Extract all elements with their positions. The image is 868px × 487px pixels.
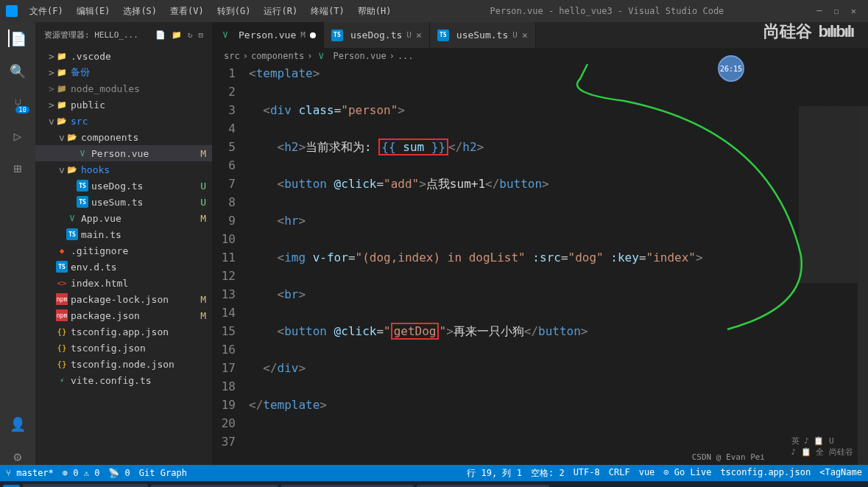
tree-item[interactable]: TSuseDog.tsU [35, 178, 212, 194]
cursor-position[interactable]: 行 19, 列 1 [467, 467, 522, 480]
tree-item[interactable]: v📂components [35, 129, 212, 145]
code-editor[interactable]: 123456789101112131415161718192037 <templ… [212, 64, 868, 465]
radio-indicator[interactable]: 📡 0 [108, 468, 130, 478]
tree-item[interactable]: TSenv.d.ts [35, 259, 212, 275]
refresh-icon[interactable]: ↻ [188, 30, 193, 40]
menu-item[interactable]: 运行(R) [258, 2, 303, 21]
account-icon[interactable]: 👤 [9, 415, 27, 432]
menu-item[interactable]: 查看(V) [164, 2, 210, 21]
editor-tab[interactable]: VPerson.vueM [212, 22, 324, 48]
file-tree: >📁.vscode>📁备份>📁node_modules>📁publicv📂src… [35, 48, 212, 465]
explorer-icon[interactable]: 📄 [8, 29, 26, 47]
csdn-watermark: CSDN @ Evan Pei [692, 452, 765, 462]
crumb[interactable]: components [251, 51, 304, 61]
encoding-indicator[interactable]: UTF-8 [574, 467, 600, 480]
tree-item[interactable]: >📁public [35, 97, 212, 113]
taskbar-item[interactable]: 📘 Person.vue - hello_... [417, 485, 549, 488]
tree-item[interactable]: npmpackage-lock.jsonM [35, 291, 212, 307]
taskbar-item[interactable]: 📘 Vue3 核心技术.md - ... [23, 484, 149, 488]
tree-item[interactable]: VPerson.vueM [35, 145, 212, 161]
line-gutter: 123456789101112131415161718192037 [212, 64, 249, 465]
tree-item[interactable]: {}tsconfig.json [35, 340, 212, 356]
tree-item[interactable]: >📁node_modules [35, 80, 212, 97]
crumb[interactable]: Person.vue [333, 51, 386, 61]
source-control-icon[interactable]: ⑂10 [9, 94, 27, 112]
tree-item[interactable]: {}tsconfig.app.json [35, 323, 212, 340]
language-indicator[interactable]: vue [639, 467, 655, 480]
minimize-icon[interactable]: ─ [816, 6, 822, 16]
menu-item[interactable]: 终端(T) [305, 2, 350, 21]
sidebar-title: 资源管理器: HELLO_... [44, 29, 138, 41]
tagname-indicator[interactable]: <TagName [819, 467, 862, 480]
tree-item[interactable]: >📁备份 [35, 64, 212, 80]
indent-indicator[interactable]: 空格: 2 [531, 467, 565, 480]
collapse-icon[interactable]: ⊟ [198, 30, 203, 40]
video-timestamp: 26:15 [718, 55, 744, 82]
tree-item[interactable]: TSuseSum.tsU [35, 194, 212, 210]
crumb[interactable]: src [224, 51, 240, 61]
tsconfig-indicator[interactable]: tsconfig.app.json [720, 467, 811, 480]
tree-item[interactable]: v📂hooks [35, 161, 212, 178]
sidebar: 资源管理器: HELLO_... 📄 📁 ↻ ⊟ >📁.vscode>📁备份>📁… [35, 22, 212, 465]
settings-icon[interactable]: ⚙ [9, 447, 27, 465]
search-icon[interactable]: 🔍 [9, 62, 27, 80]
new-folder-icon[interactable]: 📁 [172, 30, 182, 40]
code-content[interactable]: <template> <div class="person"> <h2>当前求和… [249, 64, 868, 465]
maximize-icon[interactable]: ☐ [834, 6, 839, 16]
menu-item[interactable]: 选择(S) [117, 2, 163, 21]
window-controls: ─ ☐ ✕ [816, 6, 862, 16]
menu-item[interactable]: 文件(F) [24, 2, 69, 21]
vue-icon: V [315, 50, 327, 62]
vscode-icon [6, 5, 18, 17]
tree-item[interactable]: TSmain.ts [35, 226, 212, 242]
tree-item[interactable]: ⚡vite.config.ts [35, 372, 212, 388]
editor-area: VPerson.vueMTSuseDog.tsU×TSuseSum.tsU× s… [212, 22, 868, 465]
crumb[interactable]: ... [398, 51, 414, 61]
tree-item[interactable]: <>index.html [35, 275, 212, 291]
menu-item[interactable]: 转到(G) [211, 2, 257, 21]
taskbar-item[interactable]: 📁 C:\Users\tianyu\Des... [281, 485, 414, 488]
gitgraph-button[interactable]: Git Graph [139, 468, 187, 478]
minimap[interactable] [799, 106, 858, 401]
menu-bar: 文件(F)编辑(E)选择(S)查看(V)转到(G)运行(R)终端(T)帮助(H) [24, 2, 398, 21]
editor-tab[interactable]: TSuseDog.tsU× [324, 22, 430, 48]
tree-item[interactable]: >📁.vscode [35, 48, 212, 64]
activity-bar: 📄 🔍 ⑂10 ▷ ⊞ 👤 ⚙ [0, 22, 35, 465]
tree-item[interactable]: npmpackage.jsonM [35, 307, 212, 323]
titlebar: 文件(F)编辑(E)选择(S)查看(V)转到(G)运行(R)终端(T)帮助(H)… [0, 0, 868, 22]
new-file-icon[interactable]: 📄 [155, 30, 166, 40]
branch-indicator[interactable]: ⑂ master* [6, 468, 54, 478]
tree-item[interactable]: v📂src [35, 113, 212, 129]
problems-indicator[interactable]: ⊗ 0 ⚠ 0 [63, 468, 100, 478]
breadcrumb[interactable]: src › components › VPerson.vue › ... [212, 48, 868, 64]
menu-item[interactable]: 编辑(E) [71, 2, 116, 21]
window-title: Person.vue - hello_vue3 - Visual Studio … [398, 6, 817, 16]
sidebar-header: 资源管理器: HELLO_... 📄 📁 ↻ ⊟ [35, 22, 212, 48]
brand-watermark-2: 英 ♪ 📋 U♪ 📋 全 尚硅谷 [791, 435, 854, 458]
editor-tab[interactable]: TSuseSum.tsU× [430, 22, 536, 48]
scm-badge: 10 [15, 106, 29, 113]
windows-taskbar: ⊞ 📘 Vue3 核心技术.md - ... 🌐 Vite App - Goog… [0, 481, 868, 487]
brand-watermark: 尚硅谷 bılıbılı [763, 21, 853, 43]
taskbar-item[interactable]: 🌐 Vite App - Google ... [151, 485, 278, 488]
extensions-icon[interactable]: ⊞ [9, 159, 27, 177]
statusbar: ⑂ master* ⊗ 0 ⚠ 0 📡 0 Git Graph 行 19, 列 … [0, 465, 868, 481]
tree-item[interactable]: VApp.vueM [35, 210, 212, 226]
close-icon[interactable]: ✕ [851, 6, 856, 16]
eol-indicator[interactable]: CRLF [609, 467, 630, 480]
golive-button[interactable]: ⊙ Go Live [663, 467, 711, 480]
menu-item[interactable]: 帮助(H) [352, 2, 398, 21]
debug-icon[interactable]: ▷ [9, 127, 27, 144]
start-button[interactable]: ⊞ [3, 485, 20, 488]
scrollbar[interactable] [858, 106, 868, 465]
tree-item[interactable]: {}tsconfig.node.json [35, 356, 212, 372]
tree-item[interactable]: ◆.gitignore [35, 242, 212, 259]
